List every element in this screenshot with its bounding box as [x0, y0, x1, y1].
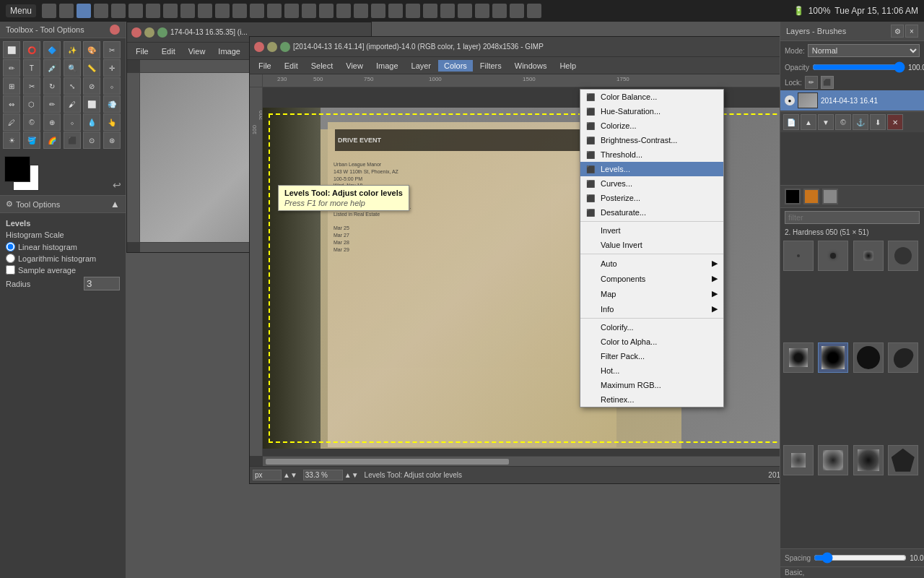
taskbar-icon-26[interactable]	[475, 4, 489, 18]
menu-filters[interactable]: Filters	[474, 60, 507, 72]
brush-item-2[interactable]	[818, 241, 848, 271]
tool-move[interactable]: ✛	[103, 59, 121, 77]
tool-4[interactable]: ⊙	[83, 131, 100, 149]
tool-ink[interactable]: 🖊	[3, 113, 20, 131]
taskbar-icon-25[interactable]	[458, 4, 472, 18]
tool-clone[interactable]: ©	[23, 113, 40, 131]
tool-blend[interactable]: 🌈	[43, 131, 61, 149]
menu-filter-pack[interactable]: Filter Pack...	[580, 349, 723, 363]
tool-by-color[interactable]: 🎨	[83, 41, 100, 59]
canvas-bg-min[interactable]	[144, 27, 154, 38]
tool-5[interactable]: ⊛	[103, 131, 121, 149]
menu-color-balance[interactable]: ⬛ Color Balance...	[580, 90, 723, 104]
taskbar-icon-9[interactable]	[180, 4, 195, 18]
tool-cage[interactable]: ⬡	[23, 95, 40, 113]
menu-colors[interactable]: Colors	[438, 60, 473, 72]
taskbar-icon-22[interactable]	[406, 4, 420, 18]
menu-auto[interactable]: Auto ▶	[580, 256, 723, 271]
menu-colorize[interactable]: ⬛ Colorize...	[580, 118, 723, 133]
menu-value-invert[interactable]: Value Invert	[580, 238, 723, 252]
menu-invert[interactable]: Invert	[580, 223, 723, 238]
bg-menu-file[interactable]: File	[130, 46, 154, 57]
menu-help[interactable]: Help	[554, 60, 582, 72]
menu-posterize[interactable]: ⬛ Posterize...	[580, 191, 723, 205]
tool-options-expand[interactable]: ▲	[110, 199, 120, 210]
taskbar-icon-10[interactable]	[198, 4, 212, 18]
taskbar-icon-28[interactable]	[510, 4, 524, 18]
taskbar-icon-gimp[interactable]	[77, 4, 91, 18]
brushes-tab-gray[interactable]	[822, 189, 838, 204]
lock-pixels-btn[interactable]: ✏	[805, 76, 818, 89]
anchor-layer-btn[interactable]: ⚓	[853, 114, 868, 130]
menu-components[interactable]: Components ▶	[580, 271, 723, 286]
tool-blur-sharpen[interactable]: 💧	[83, 113, 100, 131]
menu-map[interactable]: Map ▶	[580, 286, 723, 301]
taskbar-icon-6[interactable]	[128, 4, 143, 18]
linear-histogram-radio[interactable]	[6, 242, 15, 251]
tool-scale[interactable]: ⤡	[64, 77, 81, 95]
taskbar-icon-23[interactable]	[423, 4, 437, 18]
tool-scissors[interactable]: ✂	[103, 41, 121, 59]
menu-image[interactable]: Image	[370, 60, 404, 72]
taskbar-icon-16[interactable]	[302, 4, 316, 18]
tool-shear[interactable]: ⊘	[83, 77, 100, 95]
brush-item-7[interactable]	[853, 342, 884, 373]
menu-desaturate[interactable]: ⬛ Desaturate...	[580, 205, 723, 220]
taskbar-icon-13[interactable]	[250, 4, 264, 18]
taskbar-icon-19[interactable]	[354, 4, 368, 18]
canvas-bg-close[interactable]	[131, 27, 141, 38]
tool-crop[interactable]: ✂	[23, 77, 40, 95]
lock-alpha-btn[interactable]: ⬛	[821, 76, 834, 89]
taskbar-icon-15[interactable]	[284, 4, 299, 18]
menu-edit[interactable]: Edit	[279, 60, 304, 72]
menu-info[interactable]: Info ▶	[580, 301, 723, 316]
taskbar-icon-14[interactable]	[267, 4, 282, 18]
tool-pencil[interactable]: ✏	[43, 95, 61, 113]
zoom-input[interactable]	[303, 470, 343, 480]
brush-item-10[interactable]	[818, 445, 848, 475]
tool-rotate[interactable]: ↻	[43, 77, 61, 95]
delete-layer-btn[interactable]: ✕	[887, 114, 903, 130]
canvas-bg-max[interactable]	[157, 27, 167, 38]
log-histogram-radio[interactable]	[6, 254, 15, 263]
taskbar-icon-11[interactable]	[215, 4, 230, 18]
reset-colors-icon[interactable]: ↩	[113, 179, 121, 191]
brushes-tab-orange[interactable]	[803, 189, 819, 204]
menu-layer[interactable]: Layer	[406, 60, 437, 72]
canvas-main-close[interactable]	[254, 42, 264, 52]
layer-item[interactable]: ● 2014-04-13 16.41	[780, 90, 924, 111]
tool-ellipse-select[interactable]: ⭕	[23, 41, 40, 59]
app-menu[interactable]: Menu	[6, 4, 36, 17]
taskbar-icon-7[interactable]	[146, 4, 160, 18]
tool-measure[interactable]: 📏	[83, 59, 100, 77]
menu-hue-saturation[interactable]: ⬛ Hue-Saturation...	[580, 104, 723, 118]
scrollbar-horizontal[interactable]	[263, 456, 780, 466]
merge-layer-btn[interactable]: ⬇	[870, 114, 886, 130]
unit-input[interactable]	[253, 470, 282, 480]
layer-mode-select[interactable]: Normal	[808, 44, 920, 57]
tool-perspective[interactable]: ⬦	[103, 77, 121, 95]
menu-brightness-contrast[interactable]: ⬛ Brightness-Contrast...	[580, 133, 723, 147]
taskbar-icon-17[interactable]	[319, 4, 334, 18]
tool-color-picker[interactable]: 💉	[43, 59, 61, 77]
taskbar-icon-21[interactable]	[388, 4, 403, 18]
menu-hot[interactable]: Hot...	[580, 363, 723, 378]
tool-paintbrush[interactable]: 🖌	[64, 95, 81, 113]
menu-select[interactable]: Select	[305, 60, 339, 72]
duplicate-layer-btn[interactable]: ©	[835, 114, 851, 130]
taskbar-icon-2[interactable]	[59, 4, 74, 18]
brush-item-8[interactable]	[888, 342, 918, 373]
tool-3[interactable]: ⬛	[64, 131, 81, 149]
taskbar-icon-20[interactable]	[371, 4, 385, 18]
bg-menu-edit[interactable]: Edit	[156, 46, 181, 57]
taskbar-icon-27[interactable]	[492, 4, 507, 18]
tool-smudge[interactable]: 👆	[103, 113, 121, 131]
tool-zoom[interactable]: 🔍	[64, 59, 81, 77]
menu-windows[interactable]: Windows	[509, 60, 553, 72]
brushes-filter-input[interactable]	[785, 211, 920, 224]
menu-colorify2[interactable]: Colorify...	[580, 320, 723, 335]
canvas-main-max[interactable]	[280, 42, 290, 52]
tool-align[interactable]: ⊞	[3, 77, 20, 95]
brush-item-6[interactable]	[818, 342, 848, 373]
radius-input[interactable]	[84, 277, 120, 290]
